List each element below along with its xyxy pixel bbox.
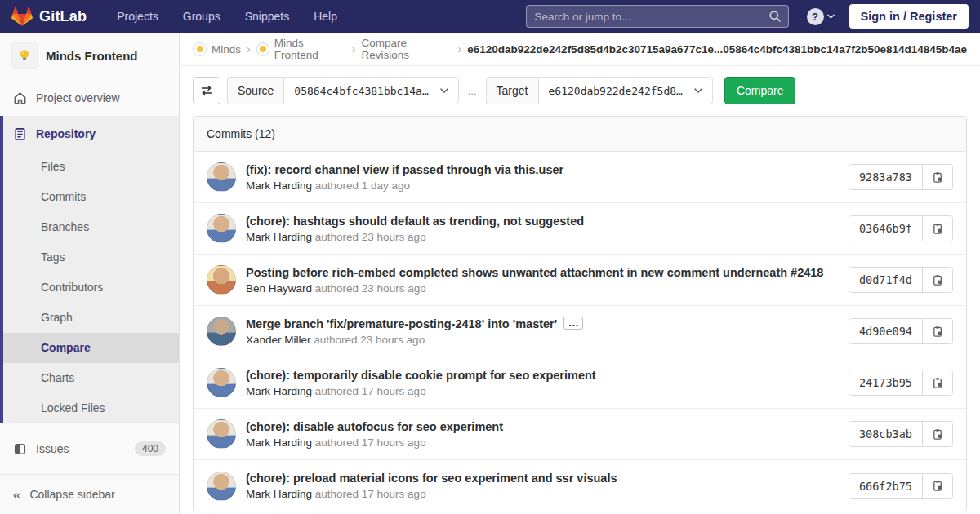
copy-sha-button[interactable]: [923, 319, 952, 343]
sidebar-project-header[interactable]: Minds Frontend: [0, 33, 179, 80]
compare-button[interactable]: Compare: [724, 77, 796, 104]
commit-sha-link[interactable]: d0d71f4d: [849, 268, 923, 292]
copy-sha-button[interactable]: [923, 165, 952, 189]
author-avatar[interactable]: [207, 214, 236, 243]
commit-author-link[interactable]: Mark Harding: [246, 385, 312, 397]
commit-time: authored 17 hours ago: [312, 436, 426, 449]
copy-sha-button[interactable]: [923, 268, 952, 292]
commit-title-link[interactable]: Posting before rich-embed completed show…: [246, 266, 849, 279]
author-avatar[interactable]: [207, 162, 236, 192]
source-ref-dropdown[interactable]: 05864c4bfc4381bbc14a…: [283, 77, 458, 104]
chevron-down-icon: [694, 88, 702, 93]
help-dropdown[interactable]: ?: [807, 8, 835, 25]
repository-section: Repository Files Commits Branches Tags C…: [0, 116, 179, 423]
author-avatar[interactable]: [207, 265, 236, 295]
copy-sha-button[interactable]: [923, 370, 952, 395]
author-avatar[interactable]: [207, 472, 236, 501]
clipboard-icon: [932, 171, 944, 184]
clipboard-icon: [932, 377, 944, 389]
target-ref-dropdown[interactable]: e6120dab922de242f5d8…: [538, 77, 713, 104]
commit-row: Merge branch 'fix/premature-posting-2418…: [194, 306, 966, 357]
sidebar-item-issues[interactable]: Issues 400: [0, 431, 179, 467]
gitlab-logo[interactable]: GitLab: [11, 6, 87, 27]
commit-sha-group: d0d71f4d: [849, 267, 953, 293]
target-label: Target: [486, 77, 538, 104]
sidebar-item-graph[interactable]: Graph: [3, 303, 179, 333]
sidebar-item-charts[interactable]: Charts: [3, 363, 179, 393]
commits-panel-header: Commits (12): [194, 117, 966, 152]
clipboard-icon: [932, 480, 944, 492]
sidebar-item-tags[interactable]: Tags: [3, 242, 179, 273]
sidebar-item-locked-files[interactable]: Locked Files: [3, 393, 179, 423]
brand-name: GitLab: [39, 8, 87, 25]
range-dots: ...: [466, 85, 479, 97]
target-ref-group: Target e6120dab922de242f5d8…: [486, 77, 713, 104]
swap-revisions-button[interactable]: [193, 77, 220, 104]
collapse-sidebar-button[interactable]: « Collapse sidebar: [0, 474, 179, 514]
commit-sha-link[interactable]: 03646b9f: [849, 216, 923, 241]
breadcrumb: Minds Minds Frontend Compare Revisions e…: [180, 33, 980, 66]
commit-author-link[interactable]: Ben Hayward: [246, 282, 312, 295]
commit-sha-group: 24173b95: [849, 370, 953, 396]
sidebar-item-label: Issues: [36, 442, 69, 455]
breadcrumb-minds-frontend[interactable]: Minds Frontend: [256, 37, 346, 61]
commit-time: authored 23 hours ago: [312, 231, 426, 243]
search-input[interactable]: [526, 5, 789, 28]
group-avatar: [193, 42, 207, 56]
clipboard-icon: [932, 274, 944, 286]
commit-title-link[interactable]: Merge branch 'fix/premature-posting-2418…: [246, 317, 849, 330]
breadcrumb-compare-revisions[interactable]: Compare Revisions: [362, 37, 452, 61]
sidebar-item-branches[interactable]: Branches: [3, 212, 179, 242]
commit-title-link[interactable]: (chore): hashtags should default as tren…: [246, 215, 849, 228]
commit-sha-group: 4d90e094: [849, 318, 953, 344]
commit-title-link[interactable]: (chore): disable autofocus for seo exper…: [246, 420, 849, 433]
breadcrumb-minds[interactable]: Minds: [193, 42, 241, 56]
nav-help[interactable]: Help: [305, 0, 346, 33]
commit-sha-link[interactable]: 308cb3ab: [849, 422, 923, 446]
commit-time: authored 17 hours ago: [312, 385, 426, 397]
issues-icon: [13, 442, 27, 456]
commit-row: Posting before rich-embed completed show…: [194, 255, 966, 306]
commit-title-link[interactable]: (chore): preload material icons for seo …: [246, 472, 849, 485]
commit-time: authored 23 hours ago: [311, 334, 425, 346]
nav-snippets[interactable]: Snippets: [236, 0, 298, 33]
sidebar-item-contributors[interactable]: Contributors: [3, 273, 179, 303]
commit-sha-link[interactable]: 666f2b75: [849, 474, 923, 498]
breadcrumb-separator-icon: [352, 42, 356, 55]
commit-sha-link[interactable]: 24173b95: [849, 370, 923, 395]
nav-groups[interactable]: Groups: [174, 0, 229, 33]
copy-sha-button[interactable]: [923, 422, 952, 446]
nav-projects[interactable]: Projects: [108, 0, 167, 33]
commit-row: (chore): disable autofocus for seo exper…: [194, 409, 966, 460]
sidebar-item-repository[interactable]: Repository: [3, 116, 179, 152]
project-avatar: [11, 42, 38, 69]
project-sidebar: Minds Frontend Project overview Reposito…: [0, 33, 180, 514]
sidebar-item-files[interactable]: Files: [3, 152, 179, 182]
author-avatar[interactable]: [207, 419, 236, 449]
commit-sha-link[interactable]: 4d90e094: [849, 319, 923, 343]
sidebar-item-project-overview[interactable]: Project overview: [0, 80, 179, 116]
commit-author-link[interactable]: Mark Harding: [246, 488, 312, 500]
commit-author-link[interactable]: Mark Harding: [246, 436, 312, 449]
top-navbar: GitLab Projects Groups Snippets Help ? S…: [0, 0, 980, 33]
sidebar-item-compare[interactable]: Compare: [3, 333, 179, 363]
author-avatar[interactable]: [207, 317, 236, 346]
commit-author-link[interactable]: Mark Harding: [246, 179, 312, 192]
author-avatar[interactable]: [207, 368, 236, 397]
commit-author-link[interactable]: Xander Miller: [246, 334, 311, 346]
commit-author-link[interactable]: Mark Harding: [246, 231, 312, 243]
copy-sha-button[interactable]: [923, 474, 952, 498]
sidebar-item-commits[interactable]: Commits: [3, 182, 179, 212]
sidebar-item-label: Project overview: [36, 91, 120, 104]
breadcrumb-separator-icon: [458, 42, 462, 55]
commit-row: (chore): preload material icons for seo …: [194, 460, 966, 512]
commit-row: (chore): temporarily disable cookie prom…: [194, 357, 966, 409]
copy-sha-button[interactable]: [923, 216, 952, 241]
commit-title-link[interactable]: (fix): record channel view if passed thr…: [246, 163, 849, 176]
commit-title-link[interactable]: (chore): temporarily disable cookie prom…: [246, 369, 849, 382]
commit-sha-link[interactable]: 9283a783: [849, 165, 923, 189]
search-icon: [768, 10, 782, 23]
toggle-commit-description-button[interactable]: …: [564, 317, 583, 330]
home-icon: [13, 91, 27, 105]
sign-in-register-button[interactable]: Sign in / Register: [849, 4, 969, 29]
